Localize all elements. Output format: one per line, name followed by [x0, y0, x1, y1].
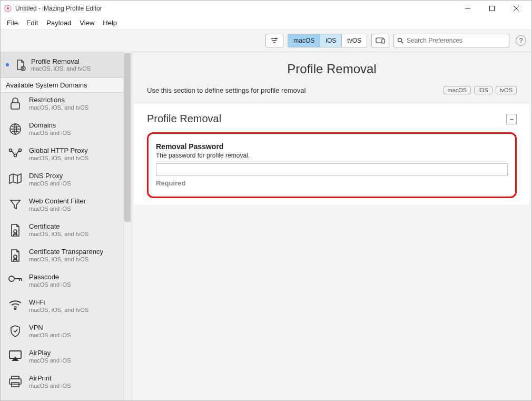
- menu-file[interactable]: File: [4, 18, 21, 28]
- globe-icon: [8, 121, 23, 136]
- sidebar-item-passcode[interactable]: PasscodemacOS and iOS: [1, 270, 123, 295]
- selected-payload-sub: macOS, iOS, and tvOS: [31, 65, 91, 72]
- domain-list: RestrictionsmacOS, iOS, and tvOSDomainsm…: [1, 93, 123, 396]
- collapse-button[interactable]: −: [506, 114, 517, 124]
- sidebar-item-sub: macOS and iOS: [29, 383, 71, 389]
- filter-button[interactable]: [265, 34, 283, 47]
- maximize-button[interactable]: [480, 1, 504, 16]
- sidebar-item-airprint[interactable]: AirPrintmacOS and iOS: [1, 371, 123, 396]
- sidebar-item-restrictions[interactable]: RestrictionsmacOS, iOS, and tvOS: [1, 93, 123, 118]
- os-chips: macOS iOS tvOS: [444, 86, 517, 94]
- menu-edit[interactable]: Edit: [23, 18, 41, 28]
- device-button[interactable]: [371, 34, 389, 47]
- map-icon: [8, 172, 23, 184]
- minimize-button[interactable]: [456, 1, 480, 16]
- profile-removal-icon: [13, 58, 28, 71]
- network-icon: [8, 146, 23, 158]
- sidebar-item-label: Global HTTP Proxy: [29, 146, 88, 154]
- search-icon: [397, 37, 403, 44]
- svg-point-1: [7, 7, 9, 9]
- help-button[interactable]: ?: [516, 35, 526, 46]
- sidebar-item-certificate-transparency[interactable]: Certificate TransparencymacOS, iOS, and …: [1, 244, 123, 270]
- field-highlight: Removal Password The password for profil…: [147, 132, 517, 198]
- menu-view[interactable]: View: [76, 18, 97, 28]
- svg-point-25: [15, 308, 16, 310]
- sidebar-item-web-content-filter[interactable]: Web Content FiltermacOS and iOS: [1, 194, 123, 219]
- os-chip-macos: macOS: [444, 86, 471, 94]
- app-window: Untitled - iMazing Profile Editor File E…: [0, 0, 532, 401]
- platform-ios[interactable]: iOS: [320, 34, 342, 47]
- sidebar-item-sub: macOS, iOS, and tvOS: [29, 231, 88, 237]
- close-button[interactable]: [504, 1, 528, 16]
- wifi-icon: [8, 298, 23, 310]
- svg-rect-11: [382, 39, 385, 43]
- svg-line-13: [401, 42, 403, 43]
- sidebar-item-airplay[interactable]: AirPlaymacOS and iOS: [1, 346, 123, 371]
- platform-tvos[interactable]: tvOS: [342, 34, 367, 47]
- sidebar-item-label: AirPlay: [29, 349, 71, 357]
- sidebar-item-label: Web Content Filter: [29, 197, 86, 205]
- svg-point-20: [14, 154, 17, 157]
- sidebar-item-vpn[interactable]: VPNmacOS and iOS: [1, 320, 123, 346]
- shield-icon: [8, 324, 23, 338]
- cert-icon: [8, 248, 23, 262]
- menu-help[interactable]: Help: [100, 18, 120, 28]
- sidebar-item-sub: macOS and iOS: [29, 357, 71, 364]
- card-title: Profile Removal: [147, 113, 506, 125]
- sidebar: Profile Removal macOS, iOS, and tvOS Ava…: [1, 52, 132, 400]
- main-area: Profile Removal Use this section to defi…: [132, 52, 531, 400]
- page-title: Profile Removal: [132, 52, 531, 82]
- sidebar-item-sub: macOS and iOS: [29, 332, 71, 338]
- sidebar-item-dns-proxy[interactable]: DNS ProxymacOS and iOS: [1, 169, 123, 194]
- os-chip-ios: iOS: [474, 86, 492, 94]
- platform-macos[interactable]: macOS: [288, 34, 320, 47]
- toolbar: macOS iOS tvOS ?: [1, 29, 531, 52]
- svg-point-9: [275, 37, 277, 39]
- sidebar-section-header: Available System Domains: [1, 77, 123, 93]
- sidebar-item-certificate[interactable]: CertificatemacOS, iOS, and tvOS: [1, 219, 123, 244]
- search-box[interactable]: [393, 34, 509, 47]
- removal-password-input[interactable]: [156, 163, 508, 176]
- svg-rect-17: [11, 103, 19, 109]
- search-input[interactable]: [406, 36, 506, 45]
- sidebar-item-sub: macOS, iOS, and tvOS: [29, 256, 103, 262]
- sidebar-item-label: Wi-Fi: [29, 298, 88, 306]
- key-icon: [8, 273, 23, 283]
- field-required-note: Required: [156, 179, 508, 187]
- menubar: File Edit Payload View Help: [1, 16, 531, 29]
- sidebar-item-sub: macOS, iOS, and tvOS: [29, 155, 88, 161]
- window-title: Untitled - iMazing Profile Editor: [15, 5, 102, 12]
- sidebar-item-label: Restrictions: [29, 96, 88, 104]
- cert-icon: [8, 222, 23, 237]
- page-description: Use this section to define settings for …: [147, 86, 444, 94]
- lock-icon: [8, 96, 23, 111]
- sidebar-item-wifi[interactable]: Wi-FimacOS, iOS, and tvOS: [1, 295, 123, 320]
- sidebar-item-sub: macOS and iOS: [29, 180, 71, 187]
- sidebar-item-label: Certificate: [29, 222, 88, 230]
- sidebar-item-label: VPN: [29, 324, 71, 331]
- selected-payload[interactable]: Profile Removal macOS, iOS, and tvOS: [1, 52, 123, 77]
- sidebar-item-label: Certificate Transparency: [29, 248, 103, 256]
- sidebar-item-label: AirPrint: [29, 374, 71, 382]
- menu-payload[interactable]: Payload: [43, 18, 74, 28]
- sidebar-item-domains[interactable]: DomainsmacOS and iOS: [1, 118, 123, 143]
- sidebar-item-sub: macOS and iOS: [29, 206, 86, 212]
- platform-filter: macOS iOS tvOS: [288, 34, 367, 47]
- airplay-icon: [8, 349, 23, 361]
- active-dot: [6, 63, 9, 66]
- sidebar-item-global-http-proxy[interactable]: Global HTTP ProxymacOS, iOS, and tvOS: [1, 143, 123, 169]
- sidebar-item-label: Domains: [29, 121, 71, 129]
- svg-point-12: [398, 38, 402, 42]
- sidebar-item-sub: macOS, iOS, and tvOS: [29, 307, 88, 313]
- printer-icon: [8, 374, 23, 388]
- sidebar-item-label: DNS Proxy: [29, 172, 71, 180]
- os-chip-tvos: tvOS: [496, 86, 517, 94]
- funnel-icon: [8, 197, 23, 211]
- svg-rect-3: [490, 6, 495, 11]
- field-label: Removal Password: [156, 142, 508, 151]
- app-icon: [4, 4, 12, 13]
- settings-card: Profile Removal − Removal Password The p…: [134, 103, 529, 206]
- titlebar: Untitled - iMazing Profile Editor: [1, 1, 531, 16]
- svg-rect-29: [12, 383, 19, 387]
- sidebar-item-label: Passcode: [29, 273, 71, 281]
